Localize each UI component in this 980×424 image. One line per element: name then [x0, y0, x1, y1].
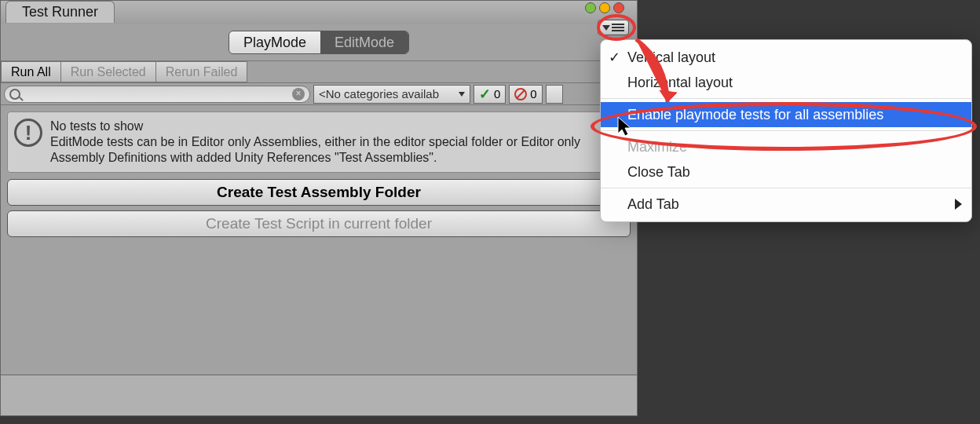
traffic-yellow-icon	[599, 2, 610, 13]
menu-separator	[601, 98, 971, 99]
create-test-script-button[interactable]: Create Test Script in current folder	[7, 210, 631, 237]
window-tab-test-runner[interactable]: Test Runner	[5, 1, 115, 23]
mode-toggle-row: PlayMode EditMode	[1, 24, 637, 61]
run-selected-button[interactable]: Run Selected	[60, 61, 156, 82]
category-dropdown-label: <No categories availab	[319, 87, 439, 101]
menu-separator	[601, 130, 971, 131]
menu-maximize[interactable]: Maximize	[601, 134, 971, 159]
chevron-down-icon	[459, 92, 465, 97]
run-all-button[interactable]: Run All	[1, 61, 61, 82]
menu-enable-playmode-tests[interactable]: Enable playmode tests for all assemblies	[601, 102, 971, 127]
hint-title: No tests to show	[50, 119, 623, 134]
pass-count: 0	[494, 87, 500, 101]
mouse-cursor-icon	[617, 116, 633, 140]
menu-add-tab[interactable]: Add Tab	[601, 192, 971, 217]
unknown-counter[interactable]	[546, 85, 563, 104]
rerun-failed-button[interactable]: Rerun Failed	[155, 61, 248, 82]
info-icon: !	[14, 119, 42, 147]
test-runner-panel: Test Runner PlayMode EditMode Run All Ru…	[0, 0, 638, 416]
category-dropdown[interactable]: <No categories availab	[313, 85, 470, 104]
tab-strip: Test Runner	[1, 1, 637, 24]
chevron-down-icon	[602, 25, 610, 31]
menu-horizontal-layout[interactable]: Horizontal layout	[601, 70, 971, 95]
hint-body: EditMode tests can be in Editor only Ass…	[50, 134, 623, 166]
run-toolbar: Run All Run Selected Rerun Failed	[1, 61, 637, 83]
pane-options-button[interactable]	[598, 20, 629, 35]
pane-context-menu: Vertical layout Horizontal layout Enable…	[600, 39, 972, 222]
mode-segmented-control: PlayMode EditMode	[229, 31, 409, 54]
menu-close-tab[interactable]: Close Tab	[601, 159, 971, 185]
menu-add-tab-label: Add Tab	[627, 196, 679, 213]
tab-editmode[interactable]: EditMode	[320, 31, 408, 53]
search-icon	[9, 89, 20, 100]
traffic-red-icon	[613, 2, 624, 13]
panel-footer	[1, 375, 637, 415]
empty-state-hint: ! No tests to show EditMode tests can be…	[7, 111, 631, 173]
search-field[interactable]: ×	[4, 86, 310, 103]
clear-search-button[interactable]: ×	[292, 88, 305, 101]
window-traffic-lights	[585, 2, 624, 13]
menu-vertical-layout[interactable]: Vertical layout	[601, 45, 971, 70]
menu-separator	[601, 188, 971, 188]
traffic-green-icon	[585, 2, 596, 13]
filter-row: × <No categories availab ✓ 0 0	[1, 83, 637, 105]
hamburger-icon	[612, 24, 624, 31]
create-test-assembly-folder-button[interactable]: Create Test Assembly Folder	[7, 179, 631, 206]
tab-playmode[interactable]: PlayMode	[229, 31, 320, 53]
fail-counter[interactable]: 0	[509, 85, 542, 104]
submenu-arrow-icon	[955, 199, 962, 210]
pass-counter[interactable]: ✓ 0	[474, 85, 506, 104]
no-entry-icon	[514, 88, 527, 101]
fail-count: 0	[530, 87, 536, 101]
search-input[interactable]	[20, 88, 292, 101]
checkmark-icon: ✓	[479, 86, 491, 103]
